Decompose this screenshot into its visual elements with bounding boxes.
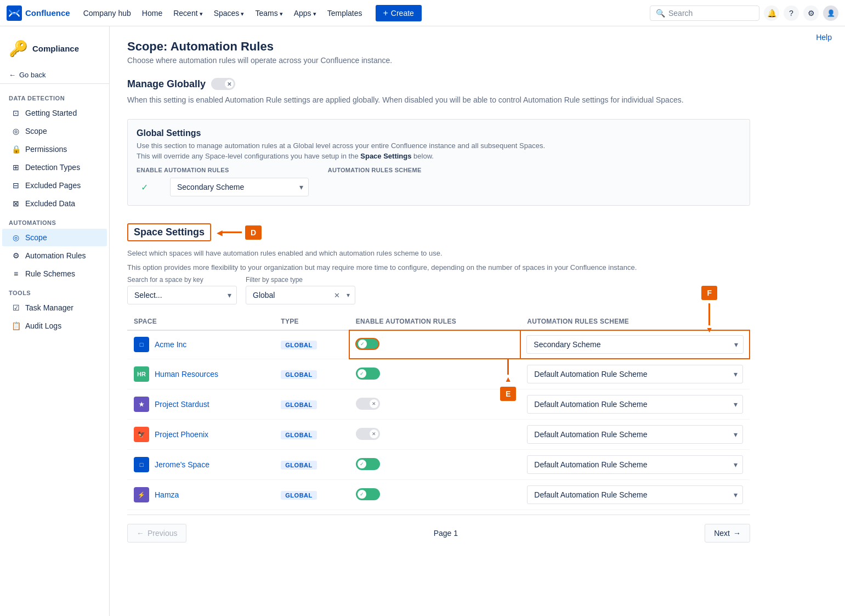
- space-link[interactable]: Jerome's Space: [155, 460, 209, 469]
- search-box[interactable]: 🔍 Search: [650, 5, 759, 21]
- filter-group-type: Filter by space type Global Personal ✕ ▾: [246, 276, 355, 304]
- sidebar-item-getting-started[interactable]: ⊡ Getting Started: [2, 104, 107, 122]
- manage-globally-desc: When this setting is enabled Automation …: [127, 94, 750, 106]
- sidebar-item-permissions[interactable]: 🔒 Permissions: [2, 140, 107, 158]
- main-content: Help Scope: Automation Rules Choose wher…: [110, 26, 768, 616]
- sidebar-section-automations: AUTOMATIONS: [0, 213, 109, 228]
- create-button[interactable]: Create: [376, 5, 422, 21]
- compliance-logo-icon: 🔑: [9, 39, 28, 58]
- avatar[interactable]: 👤: [823, 5, 838, 21]
- space-cell: ⚡ Hamza: [127, 480, 274, 510]
- grid-icon: ⊡: [11, 108, 21, 118]
- space-avatar: 🦅: [134, 427, 149, 442]
- global-settings-desc2: This will override any Space-level confi…: [137, 152, 741, 160]
- space-name-group: 🦅 Project Phoenix: [134, 427, 268, 442]
- filter-type-select-wrap: Global Personal ✕ ▾: [246, 286, 355, 304]
- scheme-select[interactable]: Secondary Scheme Default Automation Rule…: [527, 395, 743, 414]
- previous-button[interactable]: ← Previous: [127, 524, 186, 542]
- prev-arrow-icon: ←: [137, 529, 144, 538]
- enable-toggle[interactable]: ✓: [356, 368, 380, 380]
- confluence-logo[interactable]: Confluence: [7, 5, 70, 21]
- filter-type-clear-button[interactable]: ✕: [334, 291, 340, 299]
- sidebar-item-audit-logs[interactable]: 📋 Audit Logs: [2, 317, 107, 335]
- sidebar-item-label: Rule Schemes: [25, 269, 75, 278]
- scheme-select[interactable]: Secondary Scheme Default Automation Rule…: [527, 485, 743, 504]
- space-link[interactable]: Acme Inc: [155, 340, 186, 349]
- scheme-select[interactable]: Secondary Scheme Default Automation Rule…: [527, 455, 743, 474]
- space-name-group: □ Acme Inc: [134, 337, 268, 352]
- sidebar-back-button[interactable]: ← Go back: [0, 66, 109, 84]
- table-row: HR Human Resources GLOBAL ✓ Secondary Sc…: [127, 359, 750, 389]
- page-title: Scope: Automation Rules: [127, 39, 750, 54]
- topnav-apps[interactable]: Apps: [290, 7, 321, 20]
- sidebar-item-automation-rules[interactable]: ⚙ Automation Rules: [2, 247, 107, 264]
- scheme-cell: Secondary Scheme Default Automation Rule…: [520, 389, 750, 420]
- table-header-row: Space Type Enable Automation Rules Autom…: [127, 313, 750, 330]
- type-cell: GLOBAL: [274, 420, 349, 450]
- global-settings-section: Global Settings Use this section to mana…: [127, 119, 750, 206]
- sidebar-item-rule-schemes[interactable]: ≡ Rule Schemes: [2, 265, 107, 282]
- scheme-select-wrap: Secondary Scheme Default Automation Rule…: [527, 425, 743, 444]
- scheme-select-wrap: Secondary Scheme Default Automation Rule…: [527, 455, 743, 474]
- space-link[interactable]: Project Phoenix: [155, 430, 208, 439]
- type-cell: GLOBAL: [274, 450, 349, 480]
- settings-icon[interactable]: ⚙: [803, 5, 819, 21]
- sidebar-item-scope-auto[interactable]: ◎ Scope: [2, 229, 107, 246]
- pagination-bar: ← Previous Page 1 Next →: [127, 515, 750, 551]
- help-icon[interactable]: ?: [784, 5, 799, 21]
- enable-toggle[interactable]: ✓: [356, 488, 380, 500]
- global-badge: GLOBAL: [281, 491, 316, 500]
- space-settings-header: Space Settings ◀ D: [127, 223, 750, 241]
- space-link[interactable]: Hamza: [155, 490, 179, 499]
- page-icon: ⊟: [11, 180, 21, 190]
- topnav-teams[interactable]: Teams: [251, 7, 287, 20]
- space-link[interactable]: Human Resources: [155, 370, 218, 378]
- topnav-spaces[interactable]: Spaces: [209, 7, 249, 20]
- enable-toggle[interactable]: ✕: [356, 428, 380, 440]
- space-cell: 🦅 Project Phoenix: [127, 420, 274, 450]
- topnav-company-hub[interactable]: Company hub: [79, 7, 135, 20]
- scheme-select[interactable]: Secondary Scheme Default Automation Rule…: [526, 335, 744, 354]
- manage-globally-toggle[interactable]: ✕: [211, 78, 235, 90]
- sidebar-item-detection-types[interactable]: ⊞ Detection Types: [2, 159, 107, 176]
- data-icon: ⊠: [11, 199, 21, 208]
- enable-cell: ✓: [349, 330, 521, 359]
- topnav-templates[interactable]: Templates: [323, 7, 367, 20]
- global-badge: GLOBAL: [281, 341, 316, 349]
- back-icon: ←: [9, 71, 16, 79]
- filter-space-select[interactable]: Select... Acme Inc Human Resources: [127, 286, 237, 304]
- sidebar-item-task-manager[interactable]: ☑ Task Manager: [2, 299, 107, 317]
- notifications-icon[interactable]: 🔔: [764, 5, 779, 21]
- next-button[interactable]: Next →: [705, 524, 750, 542]
- sidebar-back-label: Go back: [19, 71, 46, 79]
- space-name-group: ⚡ Hamza: [134, 487, 268, 502]
- topnav-home[interactable]: Home: [138, 7, 167, 20]
- sidebar-item-excluded-pages[interactable]: ⊟ Excluded Pages: [2, 177, 107, 194]
- gs-scheme-select[interactable]: Secondary Scheme Default Automation Rule…: [170, 178, 309, 196]
- search-placeholder: Search: [668, 9, 693, 18]
- scope-icon: ◎: [11, 233, 21, 242]
- space-avatar: □: [134, 457, 149, 472]
- page-indicator: Page 1: [434, 529, 458, 538]
- table-row: □ Jerome's Space GLOBAL ✓ Secondary Sche…: [127, 450, 750, 480]
- sidebar-item-excluded-data[interactable]: ⊠ Excluded Data: [2, 195, 107, 212]
- sidebar-item-label: Scope: [25, 233, 47, 242]
- enable-toggle[interactable]: ✓: [355, 338, 379, 350]
- scheme-select[interactable]: Secondary Scheme Default Automation Rule…: [527, 425, 743, 444]
- type-cell: GLOBAL: [274, 330, 349, 359]
- task-icon: ☑: [11, 303, 21, 313]
- space-cell: ★ Project Stardust: [127, 389, 274, 420]
- enable-toggle[interactable]: ✕: [356, 398, 380, 410]
- sidebar-item-scope-detection[interactable]: ◎ Scope: [2, 122, 107, 140]
- spaces-table-container: F ▼ Space Type Enable Automation Rules A…: [127, 313, 750, 510]
- topnav-right: 🔍 Search 🔔 ? ⚙ 👤: [650, 5, 838, 21]
- target-icon: ◎: [11, 126, 21, 136]
- annotation-d-group: ◀ D: [220, 225, 262, 240]
- enable-toggle[interactable]: ✓: [356, 458, 380, 470]
- global-badge: GLOBAL: [281, 400, 316, 409]
- topnav: Confluence Company hub Home Recent Space…: [0, 0, 845, 26]
- scheme-cell: Secondary Scheme Default Automation Rule…: [520, 480, 750, 510]
- scheme-select[interactable]: Secondary Scheme Default Automation Rule…: [527, 365, 743, 383]
- topnav-recent[interactable]: Recent: [169, 7, 207, 20]
- space-link[interactable]: Project Stardust: [155, 400, 209, 409]
